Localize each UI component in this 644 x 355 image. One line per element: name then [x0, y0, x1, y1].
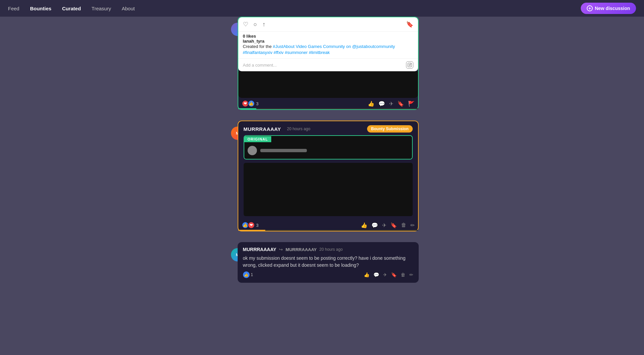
thumb-up-icon-2[interactable]: 👍	[361, 222, 367, 228]
reaction-count-2: 3	[256, 223, 259, 228]
progress-bar-1	[238, 108, 418, 109]
comment-thumb-bubble: 👍	[243, 271, 250, 278]
comment-text-1: ok my submission doesnt seem to be posti…	[243, 255, 413, 269]
embed-content	[244, 142, 412, 159]
plus-circle-icon: +	[587, 5, 593, 11]
progress-fill-1	[238, 108, 256, 109]
caption-text: Created for the	[243, 44, 273, 49]
svg-rect-0	[408, 63, 412, 67]
post-username-2: MURRRAAAAY	[244, 126, 281, 132]
bounty-badge: Bounty Submission	[367, 125, 413, 133]
comment-reply-to-1: MURRRAAAAY	[286, 247, 317, 252]
svg-point-1	[409, 64, 410, 66]
comment-icon[interactable]: ○	[254, 21, 257, 28]
flag-icon[interactable]: 🚩	[408, 101, 415, 107]
reaction-bubbles-2: 👍 ❤	[242, 221, 255, 229]
post-card-1: ♡ ○ ↑ 🔖 0 likes lanah_tyra Created for t…	[238, 17, 419, 115]
comment-header-1: MURRRAAAAY ↪ MURRRAAAAY 20 hours ago	[243, 247, 413, 252]
comment-action-icon-2[interactable]: 💬	[371, 222, 378, 228]
comment-action-icon[interactable]: 💬	[378, 101, 385, 107]
likes-count: 0 likes	[243, 34, 413, 39]
ig-username: lanah_tyra	[243, 39, 413, 44]
reply-arrow-icon: ↪	[279, 247, 283, 252]
reaction-count-1: 3	[256, 101, 259, 106]
instagram-logo-icon	[406, 61, 413, 69]
nav-links: Feed Bounties Curated Treasury About	[8, 6, 135, 11]
comment-delete-icon[interactable]: 🗑	[401, 272, 405, 277]
heart-icon[interactable]: ♡	[243, 21, 248, 28]
reaction-bubbles-1: ❤ 👍	[242, 100, 255, 107]
original-embed: ORIGINAL	[244, 135, 413, 160]
nav-bounties[interactable]: Bounties	[30, 6, 51, 11]
hashtags: #finalfantasyxiv #ffxiv #summoner #limit…	[243, 50, 330, 55]
footer-actions-2: 👍 💬 ✈ 🔖 🗑 ✏	[361, 222, 415, 228]
comment-card-1: MURRRAAAAY ↪ MURRRAAAAY 20 hours ago ok …	[238, 242, 419, 283]
nav-about[interactable]: About	[122, 6, 135, 11]
comment-placeholder[interactable]: Add a comment...	[243, 63, 406, 68]
comment-reaction-1: 👍 1	[243, 271, 253, 278]
feed-container: ♡ ○ ↑ 🔖 0 likes lanah_tyra Created for t…	[226, 17, 419, 292]
comment-reply-icon[interactable]: 💬	[373, 272, 379, 277]
delete-icon-2[interactable]: 🗑	[401, 222, 406, 228]
thumb-up-icon[interactable]: 👍	[368, 101, 374, 107]
main-content: ♡ ○ ↑ 🔖 0 likes lanah_tyra Created for t…	[0, 0, 644, 305]
footer-actions-1: 👍 💬 ✈ 🔖 🚩	[368, 101, 415, 107]
original-label: ORIGINAL	[244, 136, 272, 142]
nav-treasury[interactable]: Treasury	[92, 6, 111, 11]
ig-meta: 0 likes lanah_tyra Created for the #Just…	[238, 32, 418, 57]
embed-text-bar	[260, 149, 307, 152]
comment-actions-1: 👍 💬 ✈ 🔖 🗑 ✏	[364, 272, 413, 277]
comment-card-wrapper: M MURRRAAAAY ↪ MURRRAAAAY 20 hours ago o…	[238, 242, 419, 287]
instagram-post-card: ♡ ○ ↑ 🔖 0 likes lanah_tyra Created for t…	[238, 17, 419, 110]
comment-share-icon[interactable]: ✈	[383, 272, 387, 277]
heart-reaction-2: ❤	[248, 221, 255, 229]
comment-time-1: 20 hours ago	[320, 247, 343, 252]
post-header-2: MURRRAAAAY 20 hours ago Bounty Submissio…	[238, 121, 418, 135]
caption-link[interactable]: #JustAbout Video Games Community on @jus…	[273, 44, 395, 49]
comment-footer-1: 👍 1 👍 💬 ✈ 🔖 🗑 ✏	[243, 271, 413, 278]
share-icon[interactable]: ↑	[262, 21, 265, 28]
bookmark-action-icon[interactable]: 🔖	[397, 101, 404, 107]
bookmark-action-icon-2[interactable]: 🔖	[390, 222, 397, 228]
thumb-reaction: 👍	[248, 100, 255, 107]
post-footer-1: ❤ 👍 3 👍 💬 ✈ 🔖 🚩	[238, 98, 418, 109]
navbar: Feed Bounties Curated Treasury About + N…	[0, 0, 644, 17]
comment-thumb-icon[interactable]: 👍	[364, 272, 369, 277]
bounty-post-card: MURRRAAAAY 20 hours ago Bounty Submissio…	[238, 121, 419, 231]
progress-fill-2	[238, 230, 265, 231]
comment-input-row: Add a comment...	[238, 58, 418, 71]
post-time-2: 20 hours ago	[287, 127, 310, 131]
comment-username-1: MURRRAAAAY	[243, 247, 277, 252]
comment-bookmark-icon[interactable]: 🔖	[391, 272, 397, 277]
share-action-icon[interactable]: ✈	[389, 101, 393, 107]
edit-icon-2[interactable]: ✏	[410, 222, 415, 228]
new-discussion-label: New discussion	[595, 6, 630, 11]
post-card-2: M MURRRAAAAY 20 hours ago Bounty Submiss…	[238, 121, 419, 237]
bounty-dark-area	[244, 163, 413, 216]
nav-feed[interactable]: Feed	[8, 6, 19, 11]
post-content-2: ORIGINAL	[238, 135, 418, 163]
new-discussion-button[interactable]: + New discussion	[581, 3, 636, 14]
post-dark-area	[238, 71, 418, 98]
svg-point-2	[410, 64, 411, 64]
embed-avatar	[248, 146, 257, 155]
ig-caption: Created for the #JustAbout Video Games C…	[243, 44, 413, 56]
nav-curated[interactable]: Curated	[62, 6, 81, 11]
post-footer-2: 👍 ❤ 3 👍 💬 ✈ 🔖 🗑 ✏	[238, 219, 418, 231]
share-action-icon-2[interactable]: ✈	[382, 222, 386, 228]
comment-reaction-count-1: 1	[251, 272, 253, 277]
instagram-embed: ♡ ○ ↑ 🔖 0 likes lanah_tyra Created for t…	[238, 17, 418, 71]
comment-edit-icon[interactable]: ✏	[409, 272, 413, 277]
progress-bar-2	[238, 230, 418, 231]
ig-actions-bar: ♡ ○ ↑ 🔖	[238, 17, 418, 32]
bookmark-icon[interactable]: 🔖	[406, 21, 413, 28]
